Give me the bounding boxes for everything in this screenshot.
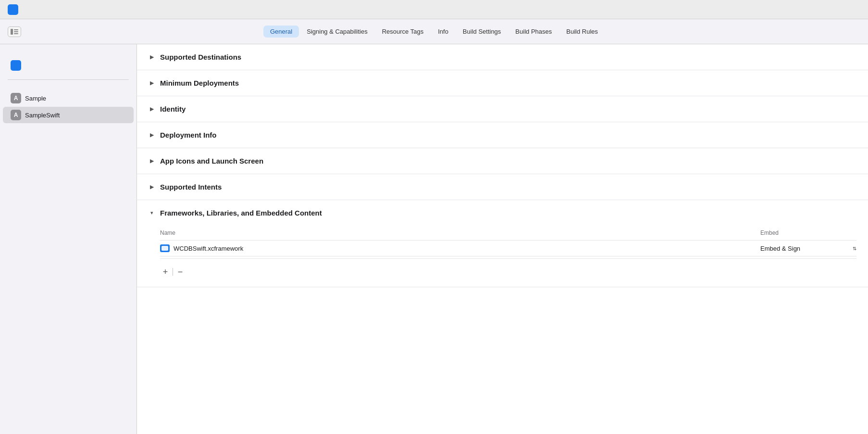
section-header-app-icons[interactable]: ▶App Icons and Launch Screen — [137, 148, 868, 174]
toolbar: GeneralSigning & CapabilitiesResource Ta… — [0, 19, 868, 44]
section-title-minimum-deployments: Minimum Deployments — [160, 79, 239, 87]
chevron-frameworks: ▾ — [149, 210, 155, 216]
section-header-frameworks[interactable]: ▾Frameworks, Libraries, and Embedded Con… — [137, 200, 868, 226]
app-icon — [8, 4, 18, 15]
sidebar-toggle-button[interactable] — [8, 26, 21, 37]
project-section-header — [0, 53, 136, 57]
sidebar: A Sample A SampleSwift — [0, 44, 137, 434]
section-supported-intents: ▶Supported Intents — [137, 174, 868, 200]
chevron-supported-intents: ▶ — [149, 184, 155, 190]
sidebar-item-project-sample[interactable] — [3, 57, 134, 74]
chevron-supported-destinations: ▶ — [149, 54, 155, 60]
sidebar-divider — [8, 79, 129, 80]
section-supported-destinations: ▶Supported Destinations — [137, 44, 868, 70]
section-title-deployment-info: Deployment Info — [160, 131, 217, 139]
sidebar-icon — [11, 29, 18, 35]
target-icon: A — [11, 110, 21, 120]
tab-build-settings[interactable]: Build Settings — [456, 26, 508, 38]
section-title-frameworks: Frameworks, Libraries, and Embedded Cont… — [160, 209, 322, 217]
framework-row-wcdbswift[interactable]: WCDBSwift.xcframework Embed & Sign ⇅ — [160, 241, 856, 256]
tab-info[interactable]: Info — [431, 26, 455, 38]
svg-rect-1 — [14, 29, 18, 30]
tab-signing[interactable]: Signing & Capabilities — [300, 26, 374, 38]
chevron-deployment-info: ▶ — [149, 132, 155, 138]
project-icon — [11, 60, 21, 71]
add-framework-button[interactable]: + — [160, 267, 171, 277]
frameworks-separator — [160, 258, 856, 259]
chevron-app-icons: ▶ — [149, 158, 155, 164]
frameworks-table-header: Name Embed — [160, 226, 856, 241]
col-header-name: Name — [160, 230, 760, 236]
section-frameworks: ▾Frameworks, Libraries, and Embedded Con… — [137, 200, 868, 287]
tab-build-phases[interactable]: Build Phases — [508, 26, 558, 38]
content-area: ▶Supported Destinations▶Minimum Deployme… — [137, 44, 868, 434]
main-layout: A Sample A SampleSwift ▶Supported Destin… — [0, 44, 868, 434]
sections-list: ▶Supported Destinations▶Minimum Deployme… — [137, 44, 868, 287]
svg-rect-3 — [14, 33, 18, 34]
section-header-supported-destinations[interactable]: ▶Supported Destinations — [137, 44, 868, 70]
tab-general[interactable]: General — [263, 26, 299, 38]
targets-section-header — [0, 86, 136, 89]
col-header-embed: Embed — [760, 230, 856, 236]
section-title-supported-destinations: Supported Destinations — [160, 53, 241, 61]
chevron-minimum-deployments: ▶ — [149, 80, 155, 86]
section-minimum-deployments: ▶Minimum Deployments — [137, 70, 868, 96]
target-label: Sample — [25, 95, 46, 102]
section-header-supported-intents[interactable]: ▶Supported Intents — [137, 174, 868, 200]
title-bar — [0, 0, 868, 19]
tab-build-rules[interactable]: Build Rules — [559, 26, 605, 38]
section-header-minimum-deployments[interactable]: ▶Minimum Deployments — [137, 70, 868, 96]
frameworks-content: Name Embed WCDBSwift.xcframework Embed &… — [137, 226, 868, 287]
section-title-identity: Identity — [160, 105, 186, 113]
svg-rect-0 — [11, 29, 13, 35]
svg-rect-2 — [14, 31, 18, 32]
section-app-icons: ▶App Icons and Launch Screen — [137, 148, 868, 174]
tab-resource-tags[interactable]: Resource Tags — [375, 26, 430, 38]
section-header-identity[interactable]: ▶Identity — [137, 96, 868, 122]
sidebar-item-sample-target[interactable]: A Sample — [3, 90, 134, 106]
section-title-supported-intents: Supported Intents — [160, 183, 222, 191]
embed-value: Embed & Sign — [760, 245, 851, 252]
add-remove-row: + − — [160, 261, 856, 277]
section-deployment-info: ▶Deployment Info — [137, 122, 868, 148]
framework-icon — [160, 244, 170, 252]
target-label: SampleSwift — [25, 112, 60, 119]
targets-list: A Sample A SampleSwift — [0, 90, 136, 123]
add-remove-separator — [173, 268, 173, 276]
framework-name: WCDBSwift.xcframework — [174, 245, 760, 252]
tab-bar: GeneralSigning & CapabilitiesResource Ta… — [263, 26, 605, 38]
dropdown-arrows-icon: ⇅ — [853, 246, 856, 251]
embed-dropdown[interactable]: Embed & Sign ⇅ — [760, 245, 856, 252]
section-title-app-icons: App Icons and Launch Screen — [160, 157, 263, 165]
sidebar-item-sampleswift-target[interactable]: A SampleSwift — [3, 107, 134, 123]
chevron-identity: ▶ — [149, 106, 155, 112]
remove-framework-button[interactable]: − — [175, 267, 186, 277]
section-header-deployment-info[interactable]: ▶Deployment Info — [137, 122, 868, 148]
section-identity: ▶Identity — [137, 96, 868, 122]
target-icon: A — [11, 93, 21, 103]
